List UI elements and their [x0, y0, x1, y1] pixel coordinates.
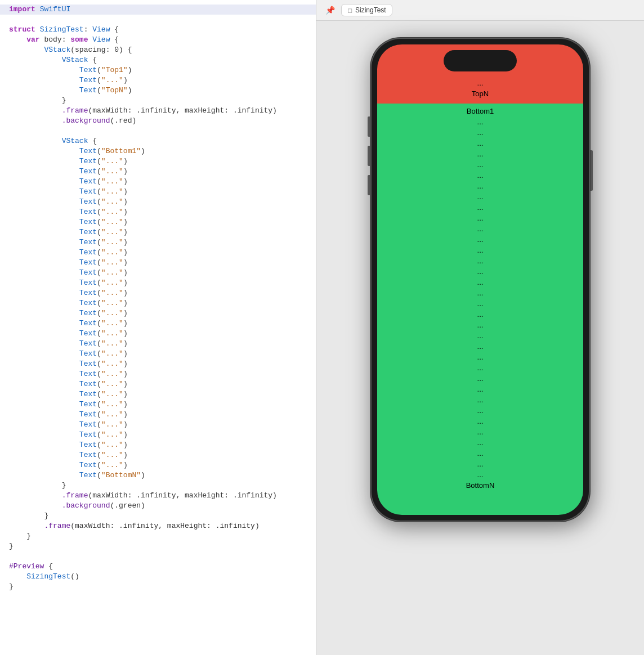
code-line: Text("...")	[0, 318, 316, 329]
code-line: Text("...")	[0, 75, 316, 86]
code-line: Text("...")	[0, 227, 316, 237]
screen-bottom-text: ...	[377, 245, 583, 255]
screen-bottom-text: ...	[377, 427, 583, 437]
code-line: Text("...")	[0, 156, 316, 167]
screen-bottom-text: ...	[377, 384, 583, 394]
code-line: SizingTest()	[0, 572, 316, 582]
code-line: }	[0, 531, 316, 541]
screen-bottom-text: ...	[377, 459, 583, 469]
code-line: Text("...")	[0, 197, 316, 207]
screen-bottom-text: ...	[377, 352, 583, 362]
code-line: Text("...")	[0, 278, 316, 288]
phone-container: ...TopN Bottom1.........................…	[370, 38, 590, 522]
screen-bottom-text: ...	[377, 116, 583, 127]
code-line: Text("...")	[0, 400, 316, 410]
code-line: Text("...")	[0, 359, 316, 369]
code-line: Text("TopN")	[0, 86, 316, 96]
screen-bottom-text: ...	[377, 159, 583, 170]
code-line: #Preview {	[0, 562, 316, 572]
screen-bottom-text: ...	[377, 223, 583, 234]
code-line: .frame(maxWidth: .infinity, maxHeight: .…	[0, 106, 316, 116]
iphone-screen: ...TopN Bottom1.........................…	[377, 44, 583, 515]
screen-bottom-text: ...	[377, 127, 583, 138]
dynamic-island	[444, 50, 517, 71]
screen-bottom-text: ...	[377, 341, 583, 352]
code-line: Text("...")	[0, 237, 316, 248]
code-line: Text("BottomN")	[0, 470, 316, 481]
code-line: }	[0, 511, 316, 521]
code-line: Text("...")	[0, 369, 316, 379]
preview-tab[interactable]: ◻ SizingTest	[341, 4, 392, 16]
screen-bottom-text: ...	[377, 181, 583, 191]
code-editor[interactable]: import SwiftUIstruct SizingTest: View { …	[0, 0, 316, 655]
code-line: Text("...")	[0, 349, 316, 359]
code-line: }	[0, 541, 316, 551]
code-line: Text("Top1")	[0, 65, 316, 75]
screen-bottom-text: ...	[377, 266, 583, 277]
code-line: Text("...")	[0, 177, 316, 187]
code-line: Text("...")	[0, 379, 316, 389]
code-line: Text("...")	[0, 339, 316, 349]
preview-tab-label: SizingTest	[355, 6, 386, 14]
screen-bottom-text: ...	[377, 394, 583, 405]
code-line: Text("...")	[0, 329, 316, 339]
code-line: Text("...")	[0, 460, 316, 470]
screen-bottom-text: ...	[377, 138, 583, 149]
iphone-frame: ...TopN Bottom1.........................…	[370, 38, 590, 522]
screen-bottom-text: ...	[377, 288, 583, 298]
code-line: Text("...")	[0, 410, 316, 420]
pin-icon[interactable]: 📌	[323, 3, 337, 17]
code-line: Text("...")	[0, 389, 316, 400]
code-line: struct SizingTest: View {	[0, 25, 316, 35]
code-line: Text("...")	[0, 258, 316, 268]
screen-bottom-text: ...	[377, 373, 583, 384]
code-line	[0, 15, 316, 25]
code-line: var body: some View {	[0, 35, 316, 45]
screen-bottom-text: ...	[377, 149, 583, 159]
code-line: Text("...")	[0, 217, 316, 227]
code-line: Text("...")	[0, 298, 316, 308]
screen-bottom-text: ...	[377, 170, 583, 181]
preview-toolbar: 📌 ◻ SizingTest	[316, 0, 644, 21]
screen-top-text: TopN	[377, 88, 583, 99]
code-line: }	[0, 582, 316, 592]
code-line: Text("...")	[0, 268, 316, 278]
preview-pane: 📌 ◻ SizingTest ...TopN Bottom1..........…	[316, 0, 644, 655]
code-line: .background(.green)	[0, 501, 316, 511]
screen-bottom-section: Bottom1.................................…	[377, 104, 583, 515]
code-line: VStack {	[0, 136, 316, 146]
screen-bottom-text: ...	[377, 330, 583, 341]
screen-bottom-text: ...	[377, 405, 583, 416]
code-line: .frame(maxWidth: .infinity, maxHeight: .…	[0, 491, 316, 501]
screen-bottom-text: ...	[377, 448, 583, 459]
code-line: .frame(maxWidth: .infinity, maxHeight: .…	[0, 521, 316, 531]
code-line	[0, 551, 316, 562]
code-line: Text("...")	[0, 167, 316, 177]
code-line: Text("...")	[0, 420, 316, 430]
code-line: Text("...")	[0, 430, 316, 440]
screen-bottom-text: ...	[377, 309, 583, 320]
screen-bottom-text: ...	[377, 234, 583, 245]
screen-bottom-text: ...	[377, 255, 583, 266]
code-line: }	[0, 481, 316, 491]
code-line: }	[0, 96, 316, 106]
screen-bottom-text: ...	[377, 320, 583, 330]
screen-bottom-text: ...	[377, 437, 583, 448]
code-line: Text("...")	[0, 207, 316, 217]
code-line: Text("...")	[0, 288, 316, 298]
code-line: Text("Bottom1")	[0, 146, 316, 156]
screen-bottom-text: ...	[377, 191, 583, 202]
code-line: import SwiftUI	[0, 5, 316, 15]
code-line: Text("...")	[0, 248, 316, 258]
code-line: Text("...")	[0, 187, 316, 197]
screen-bottom-text: BottomN	[377, 480, 583, 491]
code-line: Text("...")	[0, 440, 316, 450]
screen-bottom-text: Bottom1	[377, 106, 583, 116]
screen-bottom-text: ...	[377, 362, 583, 373]
screen-bottom-text: ...	[377, 213, 583, 223]
file-icon: ◻	[347, 7, 352, 14]
code-line: Text("...")	[0, 308, 316, 318]
code-line: VStack(spacing: 0) {	[0, 45, 316, 55]
code-line: Text("...")	[0, 450, 316, 460]
code-line: .background(.red)	[0, 116, 316, 126]
